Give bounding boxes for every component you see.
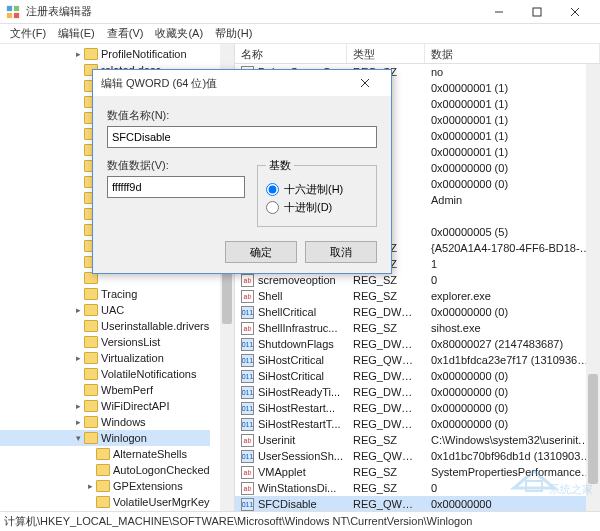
- expand-icon[interactable]: ▾: [72, 433, 84, 443]
- radix-dec-label: 十进制(D): [284, 200, 332, 215]
- value-row[interactable]: abShellREG_SZexplorer.exe: [235, 288, 600, 304]
- value-row[interactable]: 011ShellCriticalREG_DWORD0x00000000 (0): [235, 304, 600, 320]
- value-data-input[interactable]: [107, 176, 245, 198]
- tree-item[interactable]: ▸ProfileNotification: [0, 46, 210, 62]
- value-row[interactable]: 011SiHostRestartT...REG_DWORD0x00000000 …: [235, 416, 600, 432]
- value-name: scremoveoption: [258, 274, 336, 286]
- list-scrollbar[interactable]: [586, 64, 600, 511]
- expand-icon[interactable]: ▸: [72, 49, 84, 59]
- folder-icon: [84, 368, 98, 380]
- radix-hex-radio[interactable]: [266, 183, 279, 196]
- cancel-button[interactable]: 取消: [305, 241, 377, 263]
- tree-item[interactable]: AlternateShells: [0, 446, 210, 462]
- value-data: 0x00000001 (1): [425, 98, 600, 110]
- value-data: 0x00000000 (0): [425, 306, 600, 318]
- expand-icon[interactable]: ▸: [72, 401, 84, 411]
- value-data: explorer.exe: [425, 290, 600, 302]
- tree-item[interactable]: AutoLogonChecked: [0, 462, 210, 478]
- expand-icon[interactable]: ▸: [72, 353, 84, 363]
- tree-label: VolatileUserMgrKey: [113, 496, 210, 508]
- value-row[interactable]: abscremoveoptionREG_SZ0: [235, 272, 600, 288]
- value-name: ShellInfrastruc...: [258, 322, 337, 334]
- folder-icon: [84, 336, 98, 348]
- value-name: SiHostCritical: [258, 354, 324, 366]
- svg-rect-3: [14, 12, 19, 17]
- value-data: sihost.exe: [425, 322, 600, 334]
- value-name: SiHostRestartT...: [258, 418, 341, 430]
- string-icon: ab: [241, 482, 254, 495]
- value-data: 0x00000001 (1): [425, 130, 600, 142]
- value-row[interactable]: 011SiHostCriticalREG_QWORD0x1d1bfdca23e7…: [235, 352, 600, 368]
- value-type: REG_DWORD: [347, 370, 425, 382]
- menu-view[interactable]: 查看(V): [101, 24, 150, 43]
- tree-item[interactable]: ▸UAC: [0, 302, 210, 318]
- value-name: SiHostRestart...: [258, 402, 335, 414]
- col-type[interactable]: 类型: [347, 44, 425, 63]
- binary-icon: 011: [241, 354, 254, 367]
- menubar: 文件(F) 编辑(E) 查看(V) 收藏夹(A) 帮助(H): [0, 24, 600, 44]
- tree-item[interactable]: Tracing: [0, 286, 210, 302]
- radix-dec-radio[interactable]: [266, 201, 279, 214]
- tree-label: UAC: [101, 304, 124, 316]
- edit-qword-dialog: 编辑 QWORD (64 位)值 数值名称(N): 数值数据(V): 基数 十六…: [92, 69, 392, 274]
- value-type: REG_QWORD: [347, 354, 425, 366]
- value-name: Shell: [258, 290, 282, 302]
- dialog-titlebar: 编辑 QWORD (64 位)值: [93, 70, 391, 96]
- value-row[interactable]: 011SiHostCriticalREG_DWORD0x00000000 (0): [235, 368, 600, 384]
- value-row[interactable]: 011SiHostRestart...REG_DWORD0x00000000 (…: [235, 400, 600, 416]
- value-name-input[interactable]: [107, 126, 377, 148]
- minimize-button[interactable]: [480, 1, 518, 23]
- radix-hex-label: 十六进制(H): [284, 182, 343, 197]
- value-name: VMApplet: [258, 466, 306, 478]
- base-fieldset: 基数 十六进制(H) 十进制(D): [257, 158, 377, 227]
- value-data: C:\Windows\system32\userinit.exe,: [425, 434, 600, 446]
- tree-item[interactable]: ▸Virtualization: [0, 350, 210, 366]
- string-icon: ab: [241, 290, 254, 303]
- tree-item[interactable]: ▸GPExtensions: [0, 478, 210, 494]
- string-icon: ab: [241, 466, 254, 479]
- value-type: REG_QWORD: [347, 450, 425, 462]
- statusbar: 计算机\HKEY_LOCAL_MACHINE\SOFTWARE\Microsof…: [0, 511, 600, 531]
- menu-file[interactable]: 文件(F): [4, 24, 52, 43]
- col-name[interactable]: 名称: [235, 44, 347, 63]
- tree-label: Userinstallable.drivers: [101, 320, 209, 332]
- value-type: REG_DWORD: [347, 338, 425, 350]
- dialog-close-button[interactable]: [347, 71, 383, 95]
- tree-item[interactable]: VersionsList: [0, 334, 210, 350]
- value-data: 0: [425, 274, 600, 286]
- expand-icon[interactable]: ▸: [72, 305, 84, 315]
- tree-item[interactable]: VolatileUserMgrKey: [0, 494, 210, 510]
- tree-item[interactable]: VolatileNotifications: [0, 366, 210, 382]
- tree-label: Winlogon: [101, 432, 147, 444]
- expand-icon[interactable]: ▸: [84, 481, 96, 491]
- menu-favorites[interactable]: 收藏夹(A): [149, 24, 209, 43]
- tree-item[interactable]: ▾Winlogon: [0, 430, 210, 446]
- tree-item[interactable]: ▸WinSAT: [0, 510, 210, 511]
- value-row[interactable]: abUserinitREG_SZC:\Windows\system32\user…: [235, 432, 600, 448]
- tree-item[interactable]: Userinstallable.drivers: [0, 318, 210, 334]
- folder-icon: [84, 48, 98, 60]
- value-row[interactable]: 011SiHostReadyTi...REG_DWORD0x00000000 (…: [235, 384, 600, 400]
- value-data: 1: [425, 258, 600, 270]
- svg-rect-2: [7, 12, 12, 17]
- string-icon: ab: [241, 274, 254, 287]
- value-row[interactable]: 011ShutdownFlagsREG_DWORD0x80000027 (214…: [235, 336, 600, 352]
- value-data: 0x00000000 (0): [425, 178, 600, 190]
- ok-button[interactable]: 确定: [225, 241, 297, 263]
- value-name: SFCDisable: [258, 498, 317, 510]
- tree-item[interactable]: ▸WiFiDirectAPI: [0, 398, 210, 414]
- tree-label: WbemPerf: [101, 384, 153, 396]
- col-data[interactable]: 数据: [425, 44, 600, 63]
- folder-icon: [96, 496, 110, 508]
- menu-help[interactable]: 帮助(H): [209, 24, 258, 43]
- tree-item[interactable]: ▸Windows: [0, 414, 210, 430]
- svg-rect-0: [7, 5, 12, 10]
- tree-item[interactable]: WbemPerf: [0, 382, 210, 398]
- folder-icon: [96, 448, 110, 460]
- maximize-button[interactable]: [518, 1, 556, 23]
- menu-edit[interactable]: 编辑(E): [52, 24, 101, 43]
- folder-icon: [96, 480, 110, 492]
- value-row[interactable]: abShellInfrastruc...REG_SZsihost.exe: [235, 320, 600, 336]
- expand-icon[interactable]: ▸: [72, 417, 84, 427]
- close-button[interactable]: [556, 1, 594, 23]
